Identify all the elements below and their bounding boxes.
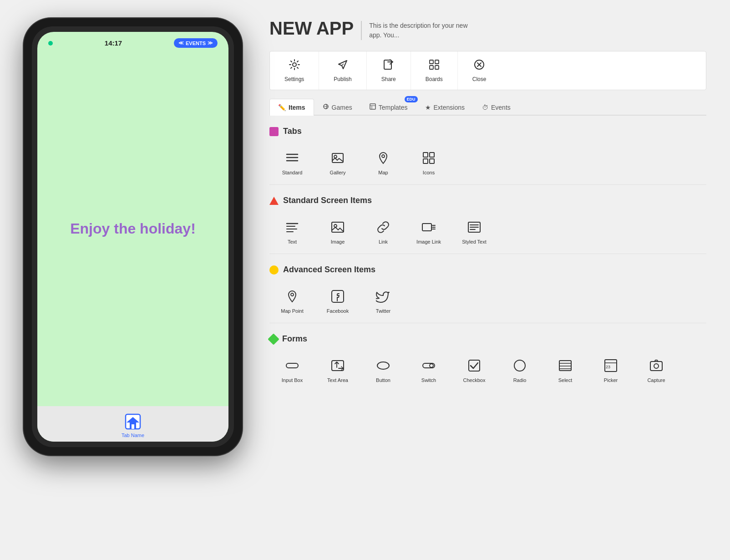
tab-games-label: Games [332, 104, 352, 111]
toolbar-publish[interactable]: Publish [319, 51, 366, 90]
toolbar-close-label: Close [472, 76, 487, 82]
tab-items-icon: ✏️ [278, 104, 286, 111]
svg-rect-44 [286, 363, 298, 368]
svg-text:23: 23 [606, 365, 610, 369]
svg-rect-8 [430, 60, 433, 64]
grid-item-gallery[interactable]: Gallery [315, 143, 360, 181]
svg-rect-27 [430, 159, 434, 163]
section-advanced-title: Advanced Screen Items [283, 265, 375, 275]
image-icon [329, 218, 347, 236]
toolbar-settings[interactable]: Settings [270, 51, 319, 90]
grid-item-icons[interactable]: Icons [406, 143, 451, 181]
svg-rect-45 [332, 361, 344, 371]
grid-item-picker[interactable]: 23 Picker [588, 351, 634, 388]
grid-item-switch[interactable]: Switch [406, 351, 451, 388]
tab-events[interactable]: ⏱ Events [473, 99, 519, 116]
button-label: Button [376, 377, 390, 383]
grid-item-map-point[interactable]: Map Point [269, 282, 315, 319]
svg-point-42 [291, 293, 294, 296]
section-advanced-screen: Advanced Screen Items Map Point [269, 265, 706, 323]
tabs-items-grid: Standard Gallery [269, 143, 706, 181]
text-area-icon [329, 356, 347, 375]
input-box-label: Input Box [282, 377, 303, 383]
section-forms-title: Forms [282, 334, 307, 344]
phone-events-badge: ≪ EVENTS ≫ [174, 38, 218, 48]
text-label: Text [288, 239, 297, 244]
grid-item-image-link[interactable]: Image Link [406, 213, 451, 250]
svg-rect-25 [430, 153, 434, 157]
picker-label: Picker [604, 377, 618, 383]
close-icon [473, 59, 485, 73]
image-link-icon [420, 218, 438, 236]
svg-rect-32 [332, 222, 344, 232]
section-standard-screen: Standard Screen Items Text [269, 196, 706, 254]
toolbar-settings-label: Settings [284, 76, 304, 82]
grid-item-capture[interactable]: Capture [634, 351, 679, 388]
picker-icon: 23 [602, 356, 620, 375]
map-point-label: Map Point [281, 308, 304, 314]
tab-items[interactable]: ✏️ Items [269, 99, 314, 116]
toolbar-close[interactable]: Close [458, 51, 501, 90]
map-icon [374, 149, 392, 167]
phone-tab-label: Tab Name [122, 433, 144, 438]
grid-item-checkbox[interactable]: Checkbox [451, 351, 497, 388]
main-container: 14:17 ≪ EVENTS ≫ Enjoy the holiday! [24, 18, 706, 455]
checkbox-icon [465, 356, 483, 375]
phone-camera-dot [48, 41, 53, 46]
styled-text-icon [465, 218, 483, 236]
grid-item-input-box[interactable]: Input Box [269, 351, 315, 388]
grid-item-facebook[interactable]: Facebook [315, 282, 360, 319]
grid-item-standard[interactable]: Standard [269, 143, 315, 181]
svg-rect-34 [422, 224, 431, 231]
grid-item-link[interactable]: Link [360, 213, 406, 250]
grid-item-text[interactable]: Text [269, 213, 315, 250]
section-standard-title: Standard Screen Items [283, 196, 372, 205]
grid-item-button[interactable]: Button [360, 351, 406, 388]
capture-icon [647, 356, 665, 375]
section-dot-yellow [269, 265, 279, 275]
image-link-label: Image Link [416, 239, 441, 244]
grid-item-image[interactable]: Image [315, 213, 360, 250]
section-forms: Forms Input Box [269, 334, 706, 388]
select-label: Select [558, 377, 573, 383]
tab-extensions-icon: ★ [425, 104, 431, 111]
tab-extensions[interactable]: ★ Extensions [416, 99, 473, 116]
chevron-right-icon: ≫ [208, 40, 213, 46]
phone-status-bar: 14:17 ≪ EVENTS ≫ [37, 32, 228, 51]
tab-events-label: Events [491, 104, 511, 111]
map-point-icon [283, 287, 301, 305]
section-dot-green [268, 333, 279, 345]
grid-item-styled-text[interactable]: Styled Text [451, 213, 497, 250]
tab-templates[interactable]: Templates EDU [361, 98, 416, 116]
toolbar-publish-label: Publish [334, 76, 351, 82]
tab-games[interactable]: Games [314, 98, 361, 116]
toolbar-share[interactable]: Share [367, 51, 411, 90]
section-advanced-header: Advanced Screen Items [269, 265, 706, 275]
toolbar-boards[interactable]: Boards [411, 51, 458, 90]
svg-rect-9 [435, 60, 439, 64]
grid-item-twitter[interactable]: Twitter [360, 282, 406, 319]
facebook-icon [329, 287, 347, 305]
toolbar: Settings Publish [269, 51, 706, 90]
phone-tab-bar[interactable]: Tab Name [37, 406, 228, 442]
grid-item-radio[interactable]: Radio [497, 351, 542, 388]
divider-standard-screen [269, 254, 706, 254]
grid-item-select[interactable]: Select [542, 351, 588, 388]
svg-point-47 [377, 362, 389, 369]
svg-rect-59 [650, 361, 662, 371]
svg-rect-10 [430, 66, 433, 69]
phone-tab-home-icon[interactable] [123, 412, 143, 432]
tab-events-icon: ⏱ [482, 104, 488, 111]
switch-label: Switch [421, 377, 436, 383]
svg-line-5 [342, 64, 344, 66]
image-label: Image [331, 239, 345, 244]
standard-items-grid: Text Image [269, 213, 706, 250]
toolbar-share-label: Share [381, 76, 396, 82]
publish-icon [337, 59, 349, 73]
grid-item-text-area[interactable]: Text Area [315, 351, 360, 388]
grid-item-map[interactable]: Map [360, 143, 406, 181]
text-area-label: Text Area [327, 377, 348, 383]
svg-point-4 [293, 63, 296, 66]
svg-rect-3 [132, 424, 134, 429]
radio-label: Radio [513, 377, 527, 383]
